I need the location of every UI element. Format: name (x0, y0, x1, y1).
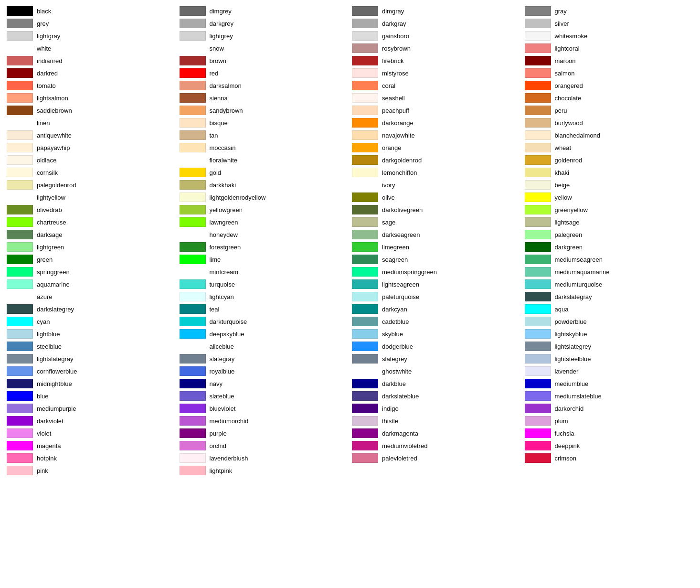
color-swatch (352, 68, 378, 78)
color-row: black (5, 5, 178, 17)
color-row: moccasin (178, 141, 350, 154)
color-name: peru (555, 107, 567, 114)
color-row: lightgray (5, 30, 178, 42)
color-name: lightslategrey (555, 343, 592, 350)
color-swatch (352, 180, 378, 190)
color-swatch (525, 391, 551, 401)
color-swatch (525, 255, 551, 264)
color-swatch (7, 93, 33, 103)
color-swatch (180, 242, 206, 252)
color-name: olivedrab (37, 206, 62, 214)
color-name: brown (210, 57, 226, 64)
color-row: antiquewhite (5, 129, 178, 141)
color-row: seagreen (350, 253, 523, 266)
color-name: royalblue (210, 368, 235, 375)
color-grid: blackgreylightgraywhiteindianreddarkredt… (5, 5, 695, 477)
color-row: sage (350, 216, 523, 228)
color-swatch (7, 130, 33, 140)
color-row: darkcyan (350, 303, 523, 315)
color-name: lime (210, 256, 221, 263)
color-name: khaki (555, 169, 569, 176)
color-swatch (180, 267, 206, 277)
color-row: darkkhaki (178, 179, 350, 191)
color-row: dimgray (350, 5, 523, 17)
color-name: navajowhite (382, 132, 415, 139)
color-name: lawngreen (210, 219, 238, 226)
color-row: crimson (523, 452, 696, 464)
color-name: lightskyblue (555, 331, 587, 338)
color-name: papayawhip (37, 144, 70, 151)
color-swatch (352, 143, 378, 152)
color-swatch (180, 143, 206, 152)
color-name: darkcyan (382, 306, 407, 313)
color-swatch (525, 230, 551, 239)
color-name: azure (37, 293, 53, 300)
color-row: greenyellow (523, 203, 696, 216)
color-swatch (352, 155, 378, 165)
color-swatch (7, 106, 33, 115)
color-swatch (180, 379, 206, 388)
color-swatch (7, 329, 33, 339)
color-swatch (352, 6, 378, 16)
color-name: blanchedalmond (555, 132, 600, 139)
color-name: limegreen (382, 244, 409, 251)
color-swatch (7, 441, 33, 450)
color-row: sandybrown (178, 104, 350, 117)
color-row: darkblue (350, 377, 523, 390)
color-row: mintcream (178, 266, 350, 278)
color-name: lightcoral (555, 45, 580, 52)
color-name: ivory (382, 182, 395, 189)
color-row: midnightblue (5, 377, 178, 390)
color-swatch (180, 466, 206, 475)
color-row: dodgerblue (350, 340, 523, 353)
color-swatch (7, 143, 33, 152)
color-name: silver (555, 20, 569, 27)
color-name: lightsteelblue (555, 355, 591, 363)
color-name: blue (37, 393, 49, 400)
color-swatch (525, 342, 551, 351)
color-swatch (180, 416, 206, 426)
color-name: deeppink (555, 442, 580, 449)
color-swatch (525, 416, 551, 426)
color-name: indigo (382, 405, 399, 412)
color-name: maroon (555, 57, 576, 64)
color-name: salmon (555, 70, 575, 77)
color-name: honeydew (210, 231, 238, 238)
color-row: thistle (350, 415, 523, 427)
color-swatch (352, 304, 378, 314)
color-row: bisque (178, 117, 350, 129)
color-swatch (525, 317, 551, 326)
color-row: deeppink (523, 439, 696, 452)
color-swatch (352, 329, 378, 339)
color-name: mintcream (210, 268, 239, 276)
color-swatch (7, 416, 33, 426)
color-swatch (352, 230, 378, 239)
color-name: palevioletred (382, 455, 417, 462)
color-swatch (352, 453, 378, 463)
color-row: beige (523, 179, 696, 191)
color-row: lightgreen (5, 241, 178, 253)
color-swatch (525, 81, 551, 90)
color-row: firebrick (350, 54, 523, 67)
color-name: dimgrey (210, 8, 232, 15)
color-name: darkgrey (210, 20, 234, 27)
color-swatch (525, 404, 551, 413)
color-name: mediumturquoise (555, 281, 603, 288)
color-row: mistyrose (350, 67, 523, 79)
color-swatch (525, 379, 551, 388)
color-row: silver (523, 17, 696, 30)
color-name: goldenrod (555, 157, 583, 164)
color-row: yellowgreen (178, 203, 350, 216)
color-row: darkgoldenrod (350, 154, 523, 166)
color-row: lightsteelblue (523, 353, 696, 365)
color-swatch (352, 93, 378, 103)
color-row: darkseagreen (350, 228, 523, 241)
color-swatch (7, 404, 33, 413)
color-swatch (352, 118, 378, 128)
color-row: mediumseagreen (523, 253, 696, 266)
color-row: orange (350, 141, 523, 154)
column-1: dimgreydarkgreylightgreysnowbrownreddark… (178, 5, 350, 477)
color-swatch (7, 68, 33, 78)
color-name: hotpink (37, 455, 57, 462)
color-row: plum (523, 415, 696, 427)
